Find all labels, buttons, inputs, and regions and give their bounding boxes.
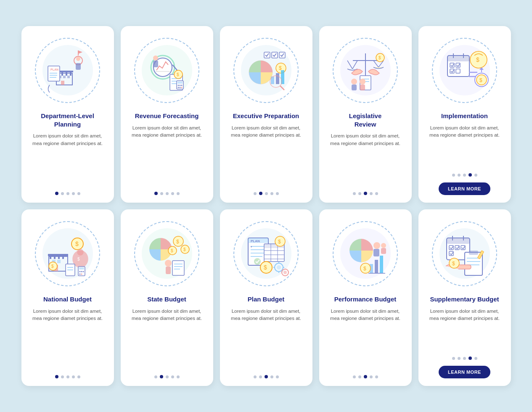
card-title: Revenue Forecasting [135, 112, 199, 120]
dot [154, 375, 157, 378]
dot [61, 192, 64, 195]
card-legislative-review: $ LegislativeReview Lorem ipsum dolor si… [319, 26, 412, 203]
dot [265, 192, 268, 195]
dot [358, 192, 361, 195]
icon-circle: $ [134, 38, 199, 103]
svg-text:PLAN: PLAN [251, 239, 260, 243]
dot [358, 375, 361, 378]
dot-active [468, 357, 472, 360]
dot [254, 192, 257, 195]
svg-rect-87 [57, 260, 61, 263]
learn-more-button[interactable]: LEARN MORE [439, 182, 490, 195]
card-body: Lorem ipsum dolor sit dim amet, mea regi… [425, 124, 504, 168]
card-grid: PLAN Department-Level Planning Lorem ip [21, 26, 511, 386]
svg-text:$: $ [278, 239, 281, 245]
svg-rect-18 [76, 63, 81, 70]
svg-point-62 [360, 79, 365, 85]
card-implementation: $ $ Implementation Lorem ipsum dolor sit… [418, 26, 511, 203]
dot [72, 375, 75, 378]
dot [177, 192, 180, 195]
svg-rect-156 [381, 248, 386, 254]
dot [474, 174, 477, 177]
card-body: Lorem ipsum dolor sit dim amet, mea regi… [127, 308, 206, 370]
pagination-dots [154, 192, 180, 195]
dot [463, 174, 466, 177]
svg-text:$: $ [279, 65, 282, 71]
supplementary-budget-icon: $ [437, 226, 492, 281]
dot [166, 375, 169, 378]
card-body: Lorem ipsum dolor sit dim amet, mea regi… [326, 132, 405, 186]
svg-point-150 [283, 271, 287, 274]
pagination-dots [452, 173, 477, 177]
dot [171, 192, 174, 195]
pagination-dots [154, 375, 180, 378]
card-icon-area: $ [131, 34, 203, 106]
svg-text:$: $ [264, 264, 267, 271]
dot [270, 192, 273, 195]
card-icon-area: PLAN [32, 34, 103, 106]
dot [259, 375, 262, 378]
dot-active [265, 375, 268, 378]
svg-rect-3 [63, 76, 66, 78]
dot [77, 375, 80, 378]
dot-active [160, 375, 163, 378]
pagination-dots [254, 192, 279, 195]
national-budget-icon: $ $ $ [40, 226, 95, 281]
revenue-forecasting-icon: $ [140, 43, 194, 98]
dot [353, 192, 356, 195]
dot-active [154, 192, 158, 195]
pagination-dots [55, 375, 80, 378]
dot [177, 375, 180, 378]
svg-point-109 [79, 274, 80, 275]
svg-point-32 [153, 55, 158, 61]
svg-rect-158 [375, 260, 378, 273]
card-title: LegislativeReview [349, 112, 382, 128]
svg-text:$: $ [177, 72, 179, 77]
svg-point-36 [177, 85, 179, 86]
card-plan-budget: PLAN $ [220, 209, 312, 386]
dot [77, 192, 80, 195]
svg-rect-63 [360, 85, 365, 90]
svg-text:$: $ [452, 261, 455, 267]
svg-rect-74 [456, 69, 460, 73]
svg-point-144 [277, 265, 281, 269]
svg-rect-35 [177, 82, 183, 84]
pagination-dots [353, 192, 378, 195]
card-title: Performance Budget [334, 295, 397, 304]
icon-circle: PLAN $ [233, 221, 299, 286]
dot [254, 375, 257, 378]
pagination-dots [452, 357, 477, 360]
svg-rect-50 [276, 73, 279, 84]
svg-point-106 [79, 271, 80, 272]
card-title: Plan Budget [248, 295, 285, 304]
pagination-dots [353, 375, 378, 378]
dot [276, 192, 279, 195]
svg-point-107 [81, 271, 82, 272]
card-icon-area: $ $ $ [32, 218, 103, 289]
svg-point-60 [351, 79, 357, 85]
card-national-budget: $ $ $ [21, 209, 114, 386]
svg-rect-68 [447, 55, 469, 61]
svg-rect-4 [67, 76, 70, 78]
card-body: Lorem ipsum dolor sit dim amet, mea regi… [127, 124, 206, 186]
card-performance-budget: $ Performance Budget Lorem ipsum dolor s… [319, 209, 412, 386]
card-icon-area: $ $ $ [131, 218, 203, 289]
svg-rect-105 [79, 267, 84, 269]
svg-rect-173 [469, 251, 478, 255]
legislative-review-icon: $ [338, 43, 393, 98]
dot [458, 357, 461, 360]
icon-circle: $ [333, 221, 398, 286]
executive-preparation-icon: $ [239, 43, 294, 98]
card-body: Lorem ipsum dolor sit dim amet, mea regi… [227, 308, 306, 370]
svg-rect-33 [153, 61, 158, 67]
dot [370, 375, 373, 378]
svg-rect-5 [61, 81, 64, 85]
svg-rect-61 [352, 85, 357, 90]
card-body: Lorem ipsum dolor sit dim amet, mea regi… [28, 308, 107, 370]
state-budget-icon: $ $ $ [140, 226, 194, 281]
pagination-dots [55, 192, 80, 195]
dot [160, 192, 163, 195]
card-title: State Budget [147, 295, 186, 304]
learn-more-button-2[interactable]: LEARN MORE [439, 366, 490, 378]
dot [375, 192, 378, 195]
